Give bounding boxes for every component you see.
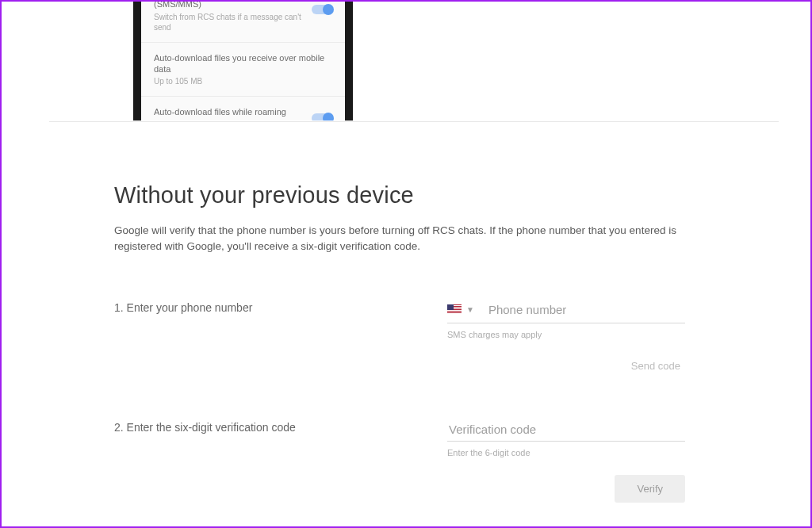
- country-select[interactable]: ▼: [447, 303, 479, 316]
- phone-hint: SMS charges may apply: [447, 330, 698, 339]
- toggle-switch[interactable]: [312, 113, 332, 121]
- phone-mockup: Automatically resend as text (SMS/MMS) S…: [133, 0, 353, 121]
- phone-frame: Automatically resend as text (SMS/MMS) S…: [133, 0, 353, 121]
- step-2: 2. Enter the six-digit verification code…: [114, 419, 698, 503]
- setting-row-resend-sms[interactable]: Automatically resend as text (SMS/MMS) S…: [141, 0, 345, 43]
- section-divider: [49, 121, 779, 122]
- chevron-down-icon: ▼: [466, 305, 474, 314]
- step-1: 1. Enter your phone number ▼ SMS charges…: [114, 300, 698, 375]
- verify-button[interactable]: Verify: [615, 475, 685, 503]
- setting-row-auto-download-mobile[interactable]: Auto-download files you receive over mob…: [141, 43, 345, 98]
- step-2-label: 2. Enter the six-digit verification code: [114, 419, 447, 503]
- phone-number-field: ▼: [447, 300, 685, 323]
- setting-title: Automatically resend as text (SMS/MMS): [154, 0, 305, 10]
- section-heading: Without your previous device: [114, 182, 698, 209]
- step-1-label: 1. Enter your phone number: [114, 300, 447, 375]
- setting-title: Auto-download files you receive over mob…: [154, 52, 332, 75]
- setting-subtitle: Switch from RCS chats if a message can't…: [154, 12, 305, 33]
- toggle-switch[interactable]: [312, 5, 332, 14]
- section-description: Google will verify that the phone number…: [114, 223, 698, 255]
- setting-row-auto-download-roaming[interactable]: Auto-download files while roaming Charge…: [141, 97, 345, 121]
- main-content: Without your previous device Google will…: [114, 182, 698, 528]
- setting-subtitle: Charges may apply: [154, 119, 305, 121]
- phone-number-input[interactable]: [479, 300, 685, 319]
- verification-code-input[interactable]: [447, 419, 685, 442]
- setting-title: Auto-download files while roaming: [154, 106, 305, 117]
- code-hint: Enter the 6-digit code: [447, 448, 698, 457]
- send-code-button[interactable]: Send code: [626, 357, 685, 375]
- phone-screen: Automatically resend as text (SMS/MMS) S…: [141, 0, 345, 121]
- flag-us-icon: [447, 304, 462, 314]
- setting-subtitle: Up to 105 MB: [154, 76, 332, 86]
